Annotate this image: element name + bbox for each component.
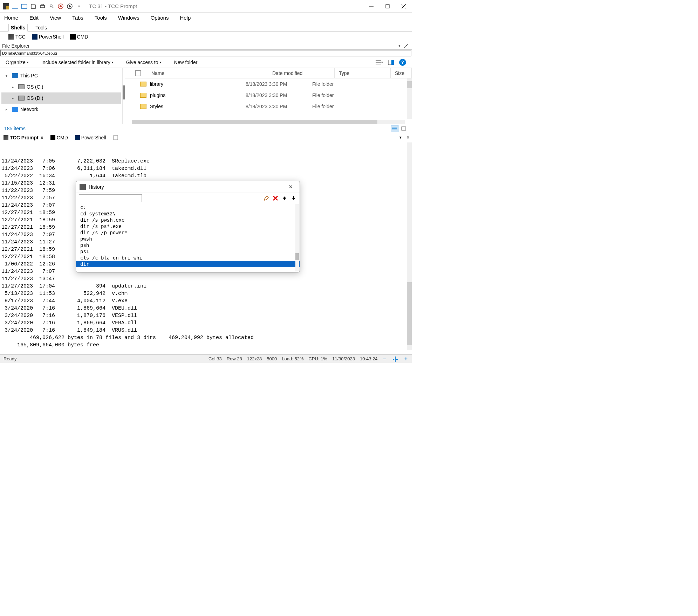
new-tab-button[interactable] <box>110 133 122 142</box>
preview-pane-icon[interactable] <box>387 58 395 66</box>
history-list[interactable]: c:cd system32\dir /s pwsh.exedir /s ps*.… <box>76 203 300 272</box>
status-n: 5000 <box>267 356 277 361</box>
file-row[interactable]: Styles8/18/2023 3:30 PMFile folder <box>125 101 412 112</box>
menu-home[interactable]: Home <box>3 14 20 21</box>
tab-powershell[interactable]: PowerShell <box>71 133 110 142</box>
pc-icon <box>12 73 18 78</box>
help-icon[interactable]: ? <box>399 59 406 66</box>
chevron-right-icon[interactable]: ▸ <box>12 85 16 89</box>
col-date[interactable]: Date modified <box>268 68 335 78</box>
font-increase-button[interactable]: + <box>404 356 408 362</box>
shells-tab-strip: Shells Tools <box>0 23 412 32</box>
history-close-button[interactable]: × <box>286 183 296 191</box>
shell-powershell[interactable]: PowerShell <box>32 34 64 40</box>
file-row[interactable]: plugins8/18/2023 3:30 PMFile folder <box>125 90 412 101</box>
tree-os-d[interactable]: ▸OS (D:) <box>1 92 121 104</box>
history-item-selected[interactable]: dir <box>76 261 300 267</box>
chevron-down-icon[interactable]: ▾ <box>6 74 10 78</box>
include-library-button[interactable]: Include selected folder in library▾ <box>41 60 114 65</box>
pin-icon[interactable]: 📌︎ <box>403 43 410 49</box>
move-up-icon[interactable] <box>281 195 288 201</box>
col-size[interactable]: Size <box>391 68 412 78</box>
col-type[interactable]: Type <box>335 68 391 78</box>
play-icon[interactable] <box>67 3 73 9</box>
record-icon[interactable] <box>57 3 64 9</box>
col-name[interactable]: Name <box>147 68 268 78</box>
print-icon[interactable] <box>39 3 46 9</box>
maximize-button[interactable] <box>379 0 396 13</box>
shell-tcc[interactable]: TCC <box>8 34 26 40</box>
file-row[interactable]: library8/18/2023 3:30 PMFile folder <box>125 78 412 90</box>
open-folder-icon[interactable] <box>12 3 18 9</box>
fe-dropdown-icon[interactable]: ▼ <box>396 44 403 48</box>
history-title: History <box>89 184 104 190</box>
file-explorer-title: File Explorer <box>2 43 30 49</box>
cmd-icon <box>50 135 55 140</box>
tree-os-c[interactable]: ▸OS (C:) <box>1 81 121 92</box>
view-large-icon[interactable] <box>400 125 408 132</box>
organize-button[interactable]: Organize▾ <box>6 60 29 65</box>
network-icon <box>12 107 18 112</box>
close-panel-icon[interactable]: × <box>404 134 412 141</box>
horizontal-scrollbar[interactable] <box>132 120 405 124</box>
menu-edit[interactable]: Edit <box>28 14 40 21</box>
tree-network[interactable]: ▸Network <box>1 104 121 115</box>
font-decrease-button[interactable]: – <box>383 356 387 362</box>
history-toolbar <box>76 193 300 203</box>
file-explorer: ▾This PC ▸OS (C:) ▸OS (D:) ▸Network Name… <box>0 68 412 124</box>
history-item[interactable]: dir /s /p power* <box>80 229 295 236</box>
drive-icon <box>18 84 25 89</box>
menu-bar: Home Edit View Tabs Tools Windows Option… <box>0 13 412 23</box>
window-title: TC 31 - TCC Prompt <box>89 3 137 9</box>
history-item[interactable]: psh <box>80 242 295 248</box>
history-item[interactable]: dir /s ps*.exe <box>80 223 295 229</box>
tab-cmd[interactable]: CMD <box>47 133 71 142</box>
terminal-line: 11/24/2023 7:05 7,222,032 SReplace.exe <box>1 158 410 165</box>
edit-icon[interactable] <box>263 195 269 201</box>
give-access-button[interactable]: Give access to▾ <box>126 60 162 65</box>
tree-this-pc[interactable]: ▾This PC <box>1 70 121 81</box>
close-tab-icon[interactable]: × <box>41 135 43 140</box>
save-all-icon[interactable] <box>21 3 27 9</box>
shell-cmd[interactable]: CMD <box>70 34 88 40</box>
tab-shells[interactable]: Shells <box>8 24 28 32</box>
new-folder-button[interactable]: New folder <box>174 60 198 65</box>
history-item[interactable]: cls /c bla on bri whi <box>80 255 295 261</box>
view-details-icon[interactable] <box>391 125 398 132</box>
chevron-right-icon[interactable]: ▸ <box>12 96 16 100</box>
save-icon[interactable] <box>30 3 36 9</box>
chevron-right-icon[interactable]: ▸ <box>6 108 10 111</box>
select-all-checkbox[interactable] <box>135 70 141 76</box>
menu-view[interactable]: View <box>48 14 62 21</box>
history-item[interactable]: dir /s pwsh.exe <box>80 217 295 223</box>
history-item[interactable]: cd system32\ <box>80 210 295 217</box>
menu-options[interactable]: Options <box>149 14 170 21</box>
terminal-scrollbar[interactable] <box>407 142 412 350</box>
folder-icon <box>140 93 146 98</box>
move-down-icon[interactable] <box>290 195 297 201</box>
tab-tcc-prompt[interactable]: TCC Prompt× <box>0 133 47 142</box>
history-item[interactable]: c: <box>80 204 295 210</box>
tab-tools[interactable]: Tools <box>33 24 49 31</box>
history-search-input[interactable] <box>79 194 142 202</box>
view-list-icon[interactable]: ▾ <box>375 58 383 66</box>
search-small-icon[interactable]: 🔍︎ <box>48 3 55 9</box>
menu-tools[interactable]: Tools <box>93 14 108 21</box>
history-scrollbar[interactable] <box>295 204 299 271</box>
qat-dropdown-icon[interactable]: ▾ <box>76 3 82 9</box>
minimize-button[interactable] <box>363 0 379 13</box>
terminal-line: 3/24/2020 7:16 1,870,176 VESP.dll <box>1 312 410 319</box>
history-item[interactable]: pwsh <box>80 236 295 242</box>
path-bar[interactable]: D:\TakeCommand31\x64\Debug <box>0 50 411 56</box>
delete-icon[interactable] <box>272 195 279 201</box>
status-load: Load: 52% <box>282 356 303 361</box>
history-title-bar[interactable]: History × <box>76 181 300 193</box>
history-item[interactable]: ps1 <box>80 248 295 255</box>
menu-help[interactable]: Help <box>178 14 192 21</box>
font-reset-button[interactable]: -|- <box>392 356 399 362</box>
close-button[interactable] <box>396 0 412 13</box>
vertical-scrollbar[interactable] <box>407 78 412 119</box>
menu-windows[interactable]: Windows <box>117 14 141 21</box>
menu-tabs[interactable]: Tabs <box>71 14 85 21</box>
tab-dropdown-icon[interactable]: ▼ <box>397 136 404 139</box>
